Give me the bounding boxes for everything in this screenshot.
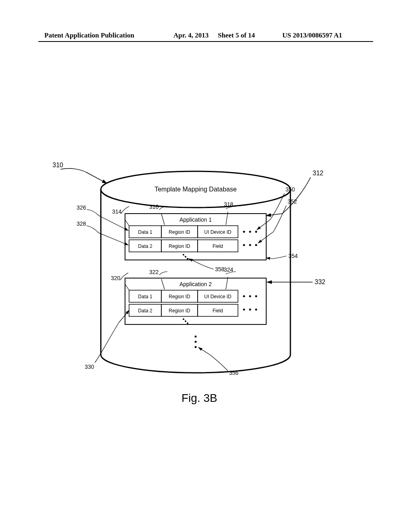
svg-line-68 [189,259,198,263]
svg-text:350: 350 [286,186,295,193]
svg-point-24 [249,295,251,297]
svg-point-13 [243,244,245,246]
svg-point-29 [243,309,245,311]
ref-312: 312 [266,170,323,216]
app2-row1: Data 1 Region ID UI Device ID [129,290,257,302]
figure-caption: Fig. 3B [181,392,217,405]
ref-322: 322 [149,269,167,289]
svg-point-23 [243,295,245,297]
svg-point-35 [195,336,197,338]
svg-text:316: 316 [149,204,159,210]
figure-svg: Template Mapping Database Application 1 … [0,0,413,532]
svg-text:324: 324 [224,266,234,273]
app2-r2-c3: Field [213,308,223,314]
ref-318: 318 [224,201,236,225]
app2-r1-c2: Region ID [169,294,190,299]
svg-text:320: 320 [111,275,121,281]
svg-point-7 [243,231,245,233]
app1-r1-c2: Region ID [169,229,190,235]
svg-line-54 [226,277,228,289]
ref-320: 320 [111,273,129,290]
app1-table: Application 1 Data 1 Region ID UI Device… [125,214,266,260]
page: Patent Application Publication Apr. 4, 2… [0,0,413,532]
ref-358: 358 [189,259,225,272]
between-ellipsis [195,336,197,348]
svg-point-9 [255,231,257,233]
ref-354: 354 [266,253,298,259]
figure-3b: Template Mapping Database Application 1 … [0,0,413,532]
app2-table: Application 2 Data 1 Region ID UI Device… [125,278,266,324]
svg-point-25 [255,295,257,297]
app1-row1: Data 1 Region ID UI Device ID [129,226,257,238]
svg-line-66 [266,258,272,259]
svg-line-56 [99,216,128,231]
svg-line-46 [161,214,165,225]
db-title: Template Mapping Database [154,186,237,193]
svg-point-14 [249,244,251,246]
ref-316: 316 [149,204,167,225]
ref-328: 328 [77,220,128,245]
app2-r1-c1: Data 1 [138,294,152,299]
app1-r2-c3: Field [213,243,223,249]
svg-text:322: 322 [149,269,159,275]
svg-line-50 [125,284,129,290]
app2-title: Application 2 [179,281,212,287]
svg-point-30 [249,309,251,311]
svg-text:326: 326 [77,204,86,211]
svg-line-62 [257,220,270,230]
svg-text:354: 354 [288,253,298,259]
app1-r1-c1: Data 1 [138,229,152,235]
svg-text:318: 318 [224,201,234,208]
svg-point-33 [185,320,186,322]
svg-line-39 [87,172,107,183]
ref-332: 332 [267,278,325,285]
svg-line-44 [125,220,129,226]
svg-point-32 [183,318,184,320]
svg-text:328: 328 [77,220,86,227]
svg-text:352: 352 [288,198,297,205]
svg-text:314: 314 [112,208,122,215]
app2-r2-c2: Region ID [169,308,190,314]
svg-point-36 [195,341,197,343]
app1-r2-c1: Data 2 [138,243,152,249]
svg-point-16 [183,254,184,256]
ref-314: 314 [112,206,129,226]
svg-point-8 [249,231,251,233]
svg-line-60 [119,310,129,322]
svg-point-15 [255,244,257,246]
app1-row2: Data 2 Region ID Field [129,240,257,252]
svg-point-18 [187,258,188,260]
svg-point-34 [187,322,188,324]
svg-text:358: 358 [215,266,225,272]
svg-text:356: 356 [229,370,239,376]
svg-point-37 [195,346,197,348]
app2-row2: Data 2 Region ID Field [129,304,257,316]
svg-line-52 [161,279,165,289]
svg-text:330: 330 [85,364,94,370]
svg-text:312: 312 [313,170,323,177]
svg-text:332: 332 [315,278,325,285]
svg-line-58 [99,233,128,245]
svg-point-31 [255,309,257,311]
app1-r2-c2: Region ID [169,243,190,249]
app2-r1-c3: UI Device ID [204,294,232,299]
svg-point-17 [185,256,186,258]
svg-line-40 [266,214,282,216]
svg-line-70 [198,347,210,355]
ref-310: 310 [52,162,107,183]
app1-title: Application 1 [179,216,212,223]
app1-r1-c3: UI Device ID [204,229,232,235]
svg-text:310: 310 [52,162,63,168]
app2-r2-c1: Data 2 [138,308,152,314]
